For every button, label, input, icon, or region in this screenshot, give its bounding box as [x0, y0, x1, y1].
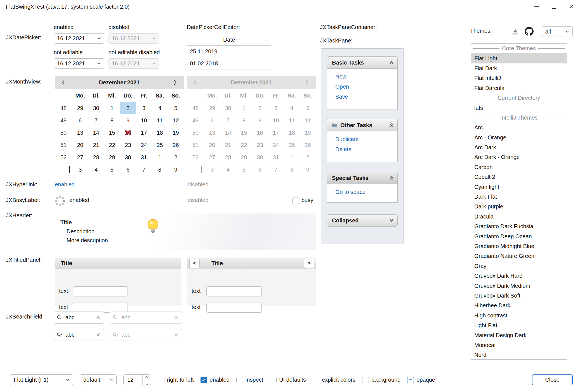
day-cell[interactable]: 27 — [72, 151, 88, 163]
taskpane-header-collapsed[interactable]: Collapsed — [327, 214, 398, 227]
next-month-button[interactable] — [171, 80, 179, 85]
theme-list-item-light-flat[interactable]: Light Flat — [471, 320, 567, 330]
day-cell[interactable]: 7 — [88, 114, 104, 127]
day-cell[interactable]: 3 — [136, 102, 152, 114]
clear-icon[interactable]: ✕ — [96, 314, 100, 321]
day-cell[interactable]: 14 — [88, 127, 104, 139]
day-cell[interactable]: 17 — [136, 127, 152, 139]
theme-list-item-nord[interactable]: Nord — [471, 350, 567, 360]
day-cell[interactable]: 12 — [300, 114, 316, 127]
theme-list-item-flat-light[interactable]: Flat Light — [471, 53, 567, 63]
download-icon[interactable] — [510, 27, 520, 36]
checkbox-box[interactable] — [313, 377, 319, 383]
spinner-up-icon[interactable] — [145, 374, 148, 379]
day-cell[interactable]: 24 — [136, 139, 152, 151]
day-cell[interactable]: 17 — [268, 127, 284, 139]
day-cell[interactable]: 9 — [300, 163, 316, 176]
table-row[interactable]: 01.02.2018 — [187, 58, 271, 70]
theme-list-item-gruvbox-dark-soft[interactable]: Gruvbox Dark Soft — [471, 291, 567, 301]
spinner-down-icon[interactable] — [145, 381, 148, 386]
clear-icon[interactable]: ✕ — [96, 332, 100, 338]
theme-list-item-cobalt-2[interactable]: Cobalt 2 — [471, 172, 567, 182]
task-link-delete[interactable]: Delete — [335, 144, 397, 154]
day-cell[interactable]: 28 — [88, 151, 104, 163]
day-cell[interactable]: 15 — [236, 127, 252, 139]
theme-list-item-flat-darcula[interactable]: Flat Darcula — [471, 83, 567, 93]
day-cell[interactable]: 8 — [104, 114, 120, 127]
checkbox-inspect[interactable]: inspect — [236, 377, 263, 383]
theme-list-item-gradianto-deep-ocean[interactable]: Gradianto Deep Ocean — [471, 231, 567, 241]
day-cell[interactable]: 4 — [284, 102, 300, 114]
day-cell[interactable]: 13 — [72, 127, 88, 139]
day-cell[interactable]: 26 — [300, 139, 316, 151]
theme-list-item-carbon[interactable]: Carbon — [471, 162, 567, 172]
day-cell[interactable]: 4 — [88, 163, 104, 176]
day-cell[interactable]: 4 — [152, 102, 168, 114]
search-value[interactable]: abc — [65, 332, 93, 338]
day-cell[interactable]: 11 — [284, 114, 300, 127]
datepicker-dropdown-button[interactable] — [94, 34, 104, 43]
checkbox-opaque[interactable]: opaque — [407, 377, 435, 383]
taskpane-header-special-tasks[interactable]: Special Tasks — [327, 172, 398, 184]
day-cell[interactable]: 5 — [236, 163, 252, 176]
search-field-with-menu[interactable]: abc ✕ — [54, 329, 104, 341]
day-cell[interactable]: 6 — [252, 163, 268, 176]
checkbox-right-to-left[interactable]: right-to-left — [158, 377, 194, 383]
task-link-save[interactable]: Save — [335, 92, 397, 102]
theme-list-item-high-contrast[interactable]: High contrast — [471, 311, 567, 320]
day-cell[interactable]: 25 — [284, 139, 300, 151]
day-cell[interactable]: 3 — [204, 163, 220, 176]
datepicker-dropdown-button[interactable] — [94, 59, 104, 68]
checkbox-box[interactable] — [270, 377, 277, 383]
day-cell[interactable]: 21 — [88, 139, 104, 151]
day-cell[interactable]: 7 — [268, 163, 284, 176]
theme-list-item-dracula[interactable]: Dracula — [471, 212, 567, 222]
theme-list-item-hiberbee-dark[interactable]: Hiberbee Dark — [471, 301, 567, 310]
panel-prev-button[interactable]: < — [189, 259, 200, 268]
day-cell[interactable]: 18 — [284, 127, 300, 139]
day-cell[interactable]: 8 — [152, 163, 168, 176]
day-cell[interactable]: 20 — [204, 139, 220, 151]
checkbox-enabled[interactable]: enabled — [201, 377, 230, 383]
day-cell[interactable]: 9 — [168, 163, 184, 176]
theme-list-item-flat-intellij[interactable]: Flat IntelliJ — [471, 73, 567, 83]
theme-list-item-dark-purple[interactable]: Dark purple — [471, 202, 567, 212]
day-cell[interactable]: 9 — [252, 114, 268, 127]
day-cell[interactable]: 28 — [220, 151, 236, 163]
day-cell[interactable]: 19 — [168, 127, 184, 139]
checkbox-box[interactable] — [362, 377, 369, 383]
theme-list-item-gradianto-midnight-blue[interactable]: Gradianto Midnight Blue — [471, 241, 567, 251]
checkbox-box[interactable] — [236, 377, 243, 383]
theme-list-item-lafs[interactable]: lafs — [471, 103, 567, 113]
theme-list-item-gray[interactable]: Gray — [471, 261, 567, 271]
day-cell[interactable]: 30 — [220, 102, 236, 114]
day-cell[interactable]: 23 — [252, 139, 268, 151]
task-link-duplicate[interactable]: Duplicate — [335, 134, 397, 144]
close-window-button[interactable] — [563, 0, 580, 13]
day-cell[interactable]: 5 — [300, 102, 316, 114]
day-cell[interactable]: 21 — [220, 139, 236, 151]
day-cell[interactable]: 18 — [152, 127, 168, 139]
taskpane-header-other-tasks[interactable]: Other Tasks — [327, 119, 398, 131]
day-cell[interactable]: 22 — [236, 139, 252, 151]
close-button[interactable]: Close — [532, 374, 573, 385]
day-cell[interactable]: 14 — [220, 127, 236, 139]
themes-filter-combobox[interactable]: all — [542, 26, 573, 37]
day-cell[interactable]: 23 — [120, 139, 136, 151]
theme-list-item-gradianto-dark-fuchsia[interactable]: Gradianto Dark Fuchsia — [471, 222, 567, 231]
day-cell[interactable]: 24 — [268, 139, 284, 151]
day-cell[interactable]: 10 — [268, 114, 284, 127]
taskpane-header-basic-tasks[interactable]: Basic Tasks — [327, 56, 398, 69]
font-size-value[interactable]: 12 — [124, 377, 142, 383]
theme-list-item-arc-orange[interactable]: Arc - Orange — [471, 133, 567, 142]
day-cell[interactable]: 1 — [284, 151, 300, 163]
day-cell[interactable]: 6 — [120, 163, 136, 176]
day-cell[interactable]: 29 — [204, 102, 220, 114]
spinner-buttons[interactable] — [142, 375, 151, 385]
text-input[interactable] — [206, 286, 262, 296]
day-cell[interactable]: 7 — [136, 163, 152, 176]
theme-list-item-gruvbox-dark-medium[interactable]: Gruvbox Dark Medium — [471, 281, 567, 291]
day-cell[interactable]: 12 — [168, 114, 184, 127]
panel-next-button[interactable]: > — [304, 259, 314, 268]
theme-list-item-dark-flat[interactable]: Dark Flat — [471, 192, 567, 202]
